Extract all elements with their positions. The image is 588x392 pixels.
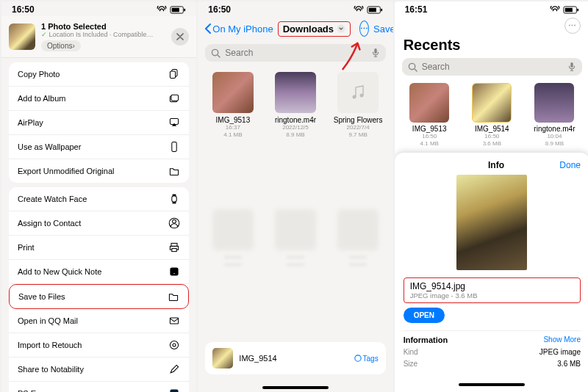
action-print[interactable]: Print xyxy=(9,236,189,260)
action-ps-express[interactable]: PS ExpressPs xyxy=(9,382,189,392)
svg-point-29 xyxy=(337,25,345,33)
action-label: Share to Notability xyxy=(18,365,84,374)
svg-rect-8 xyxy=(172,142,176,152)
close-button[interactable] xyxy=(171,28,189,46)
action-share-to-notability[interactable]: Share to Notability xyxy=(9,357,189,382)
more-button[interactable]: ⋯ xyxy=(359,21,369,37)
status-indicators xyxy=(550,6,579,14)
search-input[interactable] xyxy=(225,48,366,58)
action-copy-photo[interactable]: Copy Photo xyxy=(9,62,189,87)
show-more-button[interactable]: Show More xyxy=(543,335,581,344)
file-name: ringtone.m4r xyxy=(268,116,323,124)
search-bar[interactable] xyxy=(205,44,385,62)
action-label: Import to Retouch xyxy=(18,341,82,349)
open-button[interactable]: OPEN xyxy=(404,308,445,323)
chevron-right-icon: › xyxy=(72,42,74,50)
svg-rect-16 xyxy=(172,249,176,252)
svg-point-33 xyxy=(360,94,364,98)
svg-point-12 xyxy=(173,219,176,223)
action-save-to-files[interactable]: Save to Files xyxy=(9,284,189,309)
chevron-left-icon xyxy=(205,23,211,34)
home-indicator[interactable] xyxy=(459,383,525,386)
svg-rect-28 xyxy=(381,8,382,11)
status-bar: 16:50 xyxy=(198,1,392,16)
status-time: 16:50 xyxy=(208,4,231,15)
file-name: ringtone.m4r xyxy=(527,125,582,133)
action-label: Add to Album xyxy=(18,94,65,103)
info-value: JPEG image xyxy=(539,348,581,356)
mic-icon[interactable] xyxy=(567,62,576,72)
file-name: IMG_9513 xyxy=(402,125,457,133)
more-button[interactable]: ⋯ xyxy=(564,18,581,34)
svg-rect-39 xyxy=(570,62,573,68)
pencil-icon xyxy=(168,363,180,375)
recents-tile[interactable]: IMG_951316:504.1 MB xyxy=(402,83,457,148)
folder-icon xyxy=(168,291,179,302)
home-indicator[interactable] xyxy=(262,386,329,389)
share-options-button[interactable]: Options › xyxy=(41,40,81,51)
done-button[interactable]: Done xyxy=(559,160,581,170)
save-button[interactable]: Save xyxy=(373,23,393,35)
airplay-icon xyxy=(168,117,180,128)
info-key: Size xyxy=(404,360,417,368)
save-item-name: IMG_9514 xyxy=(239,354,348,363)
recents-tile[interactable]: ringtone.m4r10:048.9 MB xyxy=(527,83,582,148)
action-create-watch-face[interactable]: Create Watch Face xyxy=(9,187,189,211)
close-icon xyxy=(176,33,184,40)
file-tile[interactable]: Spring Flowers2022/7/49.7 MB xyxy=(331,72,386,202)
files-grid: IMG_951316:374.1 MBringtone.m4r2022/12/5… xyxy=(198,65,392,338)
info-preview xyxy=(456,175,527,270)
svg-point-34 xyxy=(354,355,360,361)
svg-point-21 xyxy=(173,344,176,346)
info-rows: KindJPEG imageSize3.6 MB xyxy=(404,344,581,368)
share-header: 1 Photo Selected ✓ Location Is Included … xyxy=(1,16,196,58)
retouch-icon xyxy=(168,339,180,351)
status-time: 16:51 xyxy=(405,4,428,15)
mic-icon[interactable] xyxy=(371,48,380,58)
file-tile[interactable]: ringtone.m4r2022/12/58.9 MB xyxy=(268,72,323,202)
svg-rect-27 xyxy=(368,7,376,12)
search-bar[interactable] xyxy=(402,58,582,76)
action-import-to-retouch[interactable]: Import to Retouch xyxy=(9,333,189,357)
svg-rect-37 xyxy=(577,8,578,11)
svg-point-38 xyxy=(409,63,415,69)
tags-button[interactable]: Tags xyxy=(354,355,379,363)
save-item-thumbnail xyxy=(212,348,233,369)
svg-rect-36 xyxy=(565,7,573,12)
action-airplay[interactable]: AirPlay xyxy=(9,111,189,135)
folder-title[interactable]: Downloads xyxy=(278,21,351,37)
copy-icon xyxy=(168,68,180,80)
file-name: IMG_9513 xyxy=(205,116,260,124)
tag-icon xyxy=(354,355,362,362)
svg-rect-10 xyxy=(173,195,176,196)
share-subtitle: ✓ Location Is Included · Compatible… xyxy=(41,31,165,38)
status-time: 16:50 xyxy=(12,4,35,15)
svg-rect-2 xyxy=(184,8,186,11)
action-add-to-new-quick-note[interactable]: Add to New Quick Note܅ xyxy=(9,260,189,284)
file-meta: 16:374.1 MB xyxy=(205,124,260,139)
file-thumbnail xyxy=(409,83,449,123)
action-export-unmodified-original[interactable]: Export Unmodified Original xyxy=(9,159,189,183)
more-icon: ⋯ xyxy=(360,24,368,34)
svg-rect-4 xyxy=(171,71,176,79)
action-assign-to-contact[interactable]: Assign to Contact xyxy=(9,211,189,236)
share-title-wrap: 1 Photo Selected ✓ Location Is Included … xyxy=(41,22,165,51)
action-use-as-wallpaper[interactable]: Use as Wallpaper xyxy=(9,135,189,159)
mail-icon xyxy=(168,315,180,327)
action-label: Export Unmodified Original xyxy=(18,167,114,175)
action-add-to-album[interactable]: Add to Album xyxy=(9,87,189,111)
file-name: Spring Flowers xyxy=(331,116,386,124)
file-thumbnail xyxy=(337,72,379,113)
filename-row: IMG_9514.jpg JPEG image - 3.6 MB xyxy=(404,277,581,303)
more-icon: ⋯ xyxy=(568,21,576,31)
share-title: 1 Photo Selected xyxy=(41,22,165,31)
search-input[interactable] xyxy=(422,62,563,72)
files-back-button[interactable]: On My iPhone xyxy=(205,23,273,35)
recents-tile[interactable]: IMG_951416:503.6 MB xyxy=(465,83,520,148)
save-item-bar[interactable]: IMG_9514 Tags xyxy=(205,342,385,374)
file-tile-blurred: —————— xyxy=(331,209,386,331)
status-bar: 16:50 xyxy=(1,1,196,16)
action-open-in-qq-mail[interactable]: Open in QQ Mail xyxy=(9,309,189,333)
info-header: Info Done xyxy=(404,159,581,175)
file-tile[interactable]: IMG_951316:374.1 MB xyxy=(205,72,260,202)
